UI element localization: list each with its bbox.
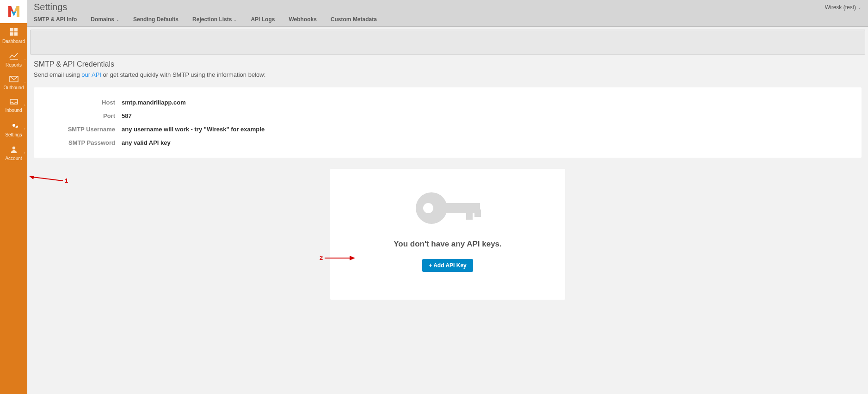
chevron-right-icon: › xyxy=(24,103,25,107)
svg-rect-8 xyxy=(466,209,473,220)
key-icon xyxy=(344,187,551,230)
chevron-down-icon: ⌄ xyxy=(116,18,119,22)
empty-title: You don't have any API keys. xyxy=(344,240,551,249)
svg-rect-3 xyxy=(10,32,13,36)
nav-outbound[interactable]: Outbound › xyxy=(0,71,27,94)
nav-label: Account xyxy=(5,156,22,161)
svg-point-10 xyxy=(423,203,433,213)
api-keys-empty-state: You don't have any API keys. + Add API K… xyxy=(330,169,565,300)
account-icon xyxy=(10,146,18,154)
api-docs-link[interactable]: our API xyxy=(81,71,101,78)
cred-row-host: Host smtp.mandrillapp.com xyxy=(43,96,852,109)
nav-settings[interactable]: Settings › xyxy=(0,117,27,141)
sidebar: Dashboard Reports › Outbound › Inbound › xyxy=(0,0,27,394)
tab-rejection-lists[interactable]: Rejection Lists⌄ xyxy=(192,16,237,23)
tab-api-logs[interactable]: API Logs xyxy=(251,16,275,23)
svg-rect-9 xyxy=(474,209,481,217)
svg-rect-2 xyxy=(14,28,18,31)
tab-sending-defaults[interactable]: Sending Defaults xyxy=(133,16,179,23)
nav-label: Reports xyxy=(6,62,22,68)
nav-label: Dashboard xyxy=(2,39,25,44)
nav-label: Outbound xyxy=(4,85,24,90)
nav-reports[interactable]: Reports › xyxy=(0,48,27,71)
nav-inbound[interactable]: Inbound › xyxy=(0,94,27,117)
nav-label: Inbound xyxy=(5,108,22,113)
cred-value: any username will work - try "Wiresk" fo… xyxy=(122,126,265,133)
chevron-right-icon: › xyxy=(24,57,25,61)
section-title: SMTP & API Credentials xyxy=(34,60,862,68)
add-api-key-button[interactable]: + Add API Key xyxy=(422,259,473,272)
mandrill-logo-icon xyxy=(6,4,21,19)
nav-dashboard[interactable]: Dashboard xyxy=(0,23,27,48)
header: Settings Wiresk (test) ⌄ SMTP & API Info… xyxy=(27,0,868,27)
gear-icon xyxy=(10,121,18,130)
inbound-icon xyxy=(9,98,18,106)
cred-value: smtp.mandrillapp.com xyxy=(122,99,186,106)
cred-label: Port xyxy=(43,112,122,119)
chevron-down-icon: ⌄ xyxy=(234,18,237,22)
content: SMTP & API Credentials Send email using … xyxy=(27,27,868,394)
account-label: Wiresk (test) xyxy=(825,4,856,11)
nav-account[interactable]: Account › xyxy=(0,141,27,165)
tab-custom-metadata[interactable]: Custom Metadata xyxy=(331,16,377,23)
cred-value: 587 xyxy=(122,112,132,119)
cred-row-port: Port 587 xyxy=(43,109,852,123)
chevron-right-icon: › xyxy=(24,150,25,154)
cred-value: any valid API key xyxy=(122,139,171,146)
cred-label: SMTP Password xyxy=(43,139,122,146)
svg-point-5 xyxy=(12,147,15,149)
tab-smtp-api-info[interactable]: SMTP & API Info xyxy=(34,16,77,23)
account-switcher[interactable]: Wiresk (test) ⌄ xyxy=(825,4,862,11)
cred-label: SMTP Username xyxy=(43,126,122,133)
reports-icon xyxy=(9,52,18,61)
dashboard-icon xyxy=(10,28,18,37)
svg-rect-1 xyxy=(10,28,13,31)
cred-row-username: SMTP Username any username will work - t… xyxy=(43,123,852,136)
tab-webhooks[interactable]: Webhooks xyxy=(289,16,316,23)
chevron-down-icon: ⌄ xyxy=(858,5,862,10)
outbound-icon xyxy=(9,76,18,83)
page-title: Settings xyxy=(34,2,67,12)
cred-label: Host xyxy=(43,99,122,106)
logo[interactable] xyxy=(0,0,27,23)
section-subtitle: Send email using our API or get started … xyxy=(34,71,862,78)
tabs: SMTP & API Info Domains⌄ Sending Default… xyxy=(27,12,868,26)
svg-rect-4 xyxy=(14,32,18,36)
chevron-right-icon: › xyxy=(24,80,25,84)
chevron-right-icon: › xyxy=(24,126,25,130)
tab-domains[interactable]: Domains⌄ xyxy=(91,16,119,23)
cred-row-password: SMTP Password any valid API key xyxy=(43,136,852,149)
nav-label: Settings xyxy=(5,132,22,137)
credentials-card: Host smtp.mandrillapp.com Port 587 SMTP … xyxy=(34,87,862,158)
notice-banner xyxy=(30,30,865,55)
